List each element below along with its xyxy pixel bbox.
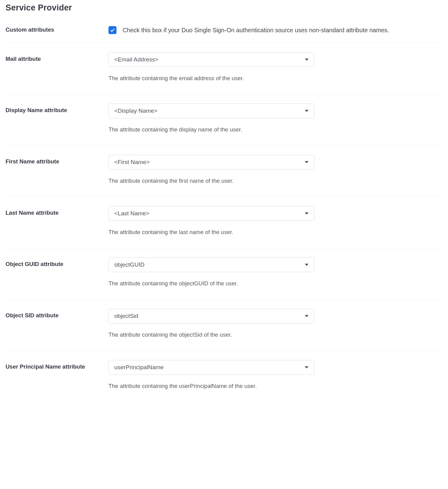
row-custom-attributes: Custom attributes Check this box if your… <box>6 22 442 43</box>
label-upn-attribute: User Principal Name attribute <box>6 360 108 370</box>
row-upn-attribute: User Principal Name attribute userPrinci… <box>6 351 442 402</box>
last-name-attribute-help: The attribute containing the last name o… <box>108 228 442 236</box>
display-name-attribute-help: The attribute containing the display nam… <box>108 126 442 134</box>
last-name-attribute-select[interactable]: <Last Name> <box>108 206 314 221</box>
label-last-name-attribute: Last Name attribute <box>6 206 108 217</box>
display-name-attribute-value: <Display Name> <box>114 108 157 114</box>
label-first-name-attribute: First Name attribute <box>6 155 108 165</box>
mail-attribute-select[interactable]: <Email Address> <box>108 52 314 67</box>
section-title: Service Provider <box>6 3 442 13</box>
object-guid-attribute-value: objectGUID <box>114 261 144 268</box>
upn-attribute-help: The attribute containing the userPrincip… <box>108 382 442 390</box>
label-custom-attributes: Custom attributes <box>6 26 108 33</box>
last-name-attribute-value: <Last Name> <box>114 210 149 217</box>
row-object-guid-attribute: Object GUID attribute objectGUID The att… <box>6 248 442 299</box>
row-first-name-attribute: First Name attribute <First Name> The at… <box>6 146 442 197</box>
first-name-attribute-select[interactable]: <First Name> <box>108 155 314 170</box>
object-sid-attribute-help: The attribute containing the objectSid o… <box>108 331 442 339</box>
mail-attribute-value: <Email Address> <box>114 56 159 63</box>
upn-attribute-value: userPrincipalName <box>114 364 164 371</box>
first-name-attribute-help: The attribute containing the first name … <box>108 177 442 185</box>
object-guid-attribute-select[interactable]: objectGUID <box>108 257 314 272</box>
row-last-name-attribute: Last Name attribute <Last Name> The attr… <box>6 197 442 248</box>
caret-down-icon <box>305 212 308 214</box>
custom-attributes-description: Check this box if your Duo Single Sign-O… <box>123 26 389 34</box>
object-guid-attribute-help: The attribute containing the objectGUID … <box>108 280 442 288</box>
caret-down-icon <box>305 110 308 112</box>
label-object-guid-attribute: Object GUID attribute <box>6 257 108 268</box>
caret-down-icon <box>305 161 308 163</box>
label-mail-attribute: Mail attribute <box>6 52 108 63</box>
display-name-attribute-select[interactable]: <Display Name> <box>108 104 314 118</box>
check-icon <box>110 27 115 33</box>
object-sid-attribute-value: objectSid <box>114 313 138 319</box>
row-mail-attribute: Mail attribute <Email Address> The attri… <box>6 43 442 94</box>
object-sid-attribute-select[interactable]: objectSid <box>108 309 314 323</box>
label-display-name-attribute: Display Name attribute <box>6 104 108 114</box>
caret-down-icon <box>305 264 308 266</box>
mail-attribute-help: The attribute containing the email addre… <box>108 74 442 82</box>
caret-down-icon <box>305 315 308 317</box>
custom-attributes-checkbox[interactable] <box>108 26 116 34</box>
caret-down-icon <box>305 366 308 368</box>
row-display-name-attribute: Display Name attribute <Display Name> Th… <box>6 94 442 146</box>
first-name-attribute-value: <First Name> <box>114 159 150 166</box>
upn-attribute-select[interactable]: userPrincipalName <box>108 360 314 375</box>
label-object-sid-attribute: Object SID attribute <box>6 309 108 319</box>
row-object-sid-attribute: Object SID attribute objectSid The attri… <box>6 299 442 351</box>
caret-down-icon <box>305 59 308 61</box>
